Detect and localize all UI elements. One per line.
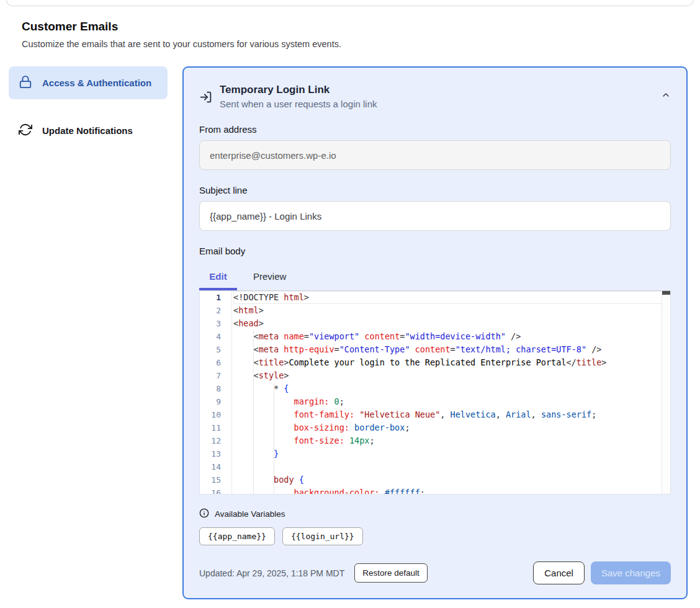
line-number: 1 [200, 291, 227, 304]
code-line[interactable]: 16 background-color: #ffffff; [200, 486, 670, 494]
code-line[interactable]: 3<head> [200, 317, 670, 330]
line-number: 14 [200, 460, 227, 473]
line-number: 7 [200, 369, 227, 382]
line-number: 16 [200, 486, 227, 494]
subject-line-input[interactable] [199, 201, 671, 231]
code-line[interactable]: 11 box-sizing: border-box; [200, 421, 670, 434]
info-icon [199, 508, 209, 520]
line-number: 4 [200, 330, 227, 343]
save-changes-button[interactable]: Save changes [591, 561, 671, 584]
line-number: 13 [200, 447, 227, 460]
code-line[interactable]: 1<!DOCTYPE html> [200, 291, 670, 304]
variable-chip[interactable]: {{login_url}} [282, 527, 363, 545]
lock-icon [19, 75, 32, 91]
subject-line-label: Subject line [199, 185, 671, 195]
indent-guide [253, 330, 254, 494]
line-number: 2 [200, 304, 227, 317]
code-line[interactable]: 6 <title>Complete your login to the Repl… [200, 356, 670, 369]
line-number: 5 [200, 343, 227, 356]
email-template-card: Temporary Login Link Sent when a user re… [182, 66, 688, 599]
indent-guide [274, 382, 274, 494]
code-line[interactable]: 14 [200, 460, 670, 473]
line-number: 12 [200, 434, 227, 447]
cancel-button[interactable]: Cancel [533, 561, 585, 584]
code-line[interactable]: 15 body { [200, 473, 670, 486]
code-line[interactable]: 8 * { [200, 382, 670, 395]
sidebar-item-access-authentication[interactable]: Access & Authentication [9, 66, 168, 99]
previous-card-bottom-edge [6, 0, 694, 6]
variable-chip[interactable]: {{app_name}} [199, 527, 275, 545]
tab-edit[interactable]: Edit [199, 266, 237, 288]
chevron-up-icon [661, 92, 671, 102]
line-number: 3 [200, 317, 227, 330]
line-number: 11 [200, 421, 227, 434]
card-subtitle: Sent when a user requests a login link [220, 99, 377, 109]
line-number: 15 [200, 473, 227, 486]
log-in-icon [199, 91, 212, 106]
scrollbar-thumb[interactable] [662, 291, 670, 295]
sidebar-item-update-notifications[interactable]: Update Notifications [9, 114, 168, 147]
refresh-icon [19, 123, 32, 138]
code-line[interactable]: 10 font-family: "Helvetica Neue", Helvet… [200, 408, 670, 421]
sidebar-item-label: Access & Authentication [42, 78, 151, 88]
updated-timestamp: Updated: Apr 29, 2025, 1:18 PM MDT [199, 568, 344, 578]
line-number: 9 [200, 395, 227, 408]
variable-chips: {{app_name}}{{login_url}} [199, 527, 671, 545]
code-line[interactable]: 9 margin: 0; [200, 395, 670, 408]
sidebar: Access & Authentication Update Notificat… [9, 66, 168, 147]
collapse-button[interactable] [661, 90, 671, 102]
code-line[interactable]: 13 } [200, 447, 670, 460]
editor-tabs: Edit Preview [199, 266, 671, 288]
sidebar-item-label: Update Notifications [42, 125, 133, 136]
tab-preview[interactable]: Preview [245, 266, 295, 288]
editor-scrollbar[interactable] [662, 291, 670, 494]
from-address-input[interactable] [199, 140, 671, 170]
from-address-label: From address [199, 124, 671, 135]
available-variables-label: Available Variables [215, 509, 285, 519]
page-header: Customer Emails Customize the emails tha… [0, 6, 700, 49]
code-line[interactable]: 12 font-size: 14px; [200, 434, 670, 447]
page-title: Customer Emails [22, 20, 678, 34]
code-line[interactable]: 2<html> [200, 304, 670, 317]
line-number: 8 [200, 382, 227, 395]
code-editor[interactable]: 1<!DOCTYPE html>2<html>3<head>4 <meta na… [199, 290, 671, 494]
code-line[interactable]: 7 <style> [200, 369, 670, 382]
restore-default-button[interactable]: Restore default [354, 563, 428, 583]
code-line[interactable]: 5 <meta http-equiv="Content-Type" conten… [200, 343, 670, 356]
card-title: Temporary Login Link [220, 84, 377, 96]
code-line[interactable]: 4 <meta name="viewport" content="width=d… [200, 330, 670, 343]
gutter-divider [231, 291, 232, 494]
line-number: 6 [200, 356, 227, 369]
line-number: 10 [200, 408, 227, 421]
page-subtitle: Customize the emails that are sent to yo… [22, 39, 678, 49]
email-body-label: Email body [199, 246, 671, 256]
